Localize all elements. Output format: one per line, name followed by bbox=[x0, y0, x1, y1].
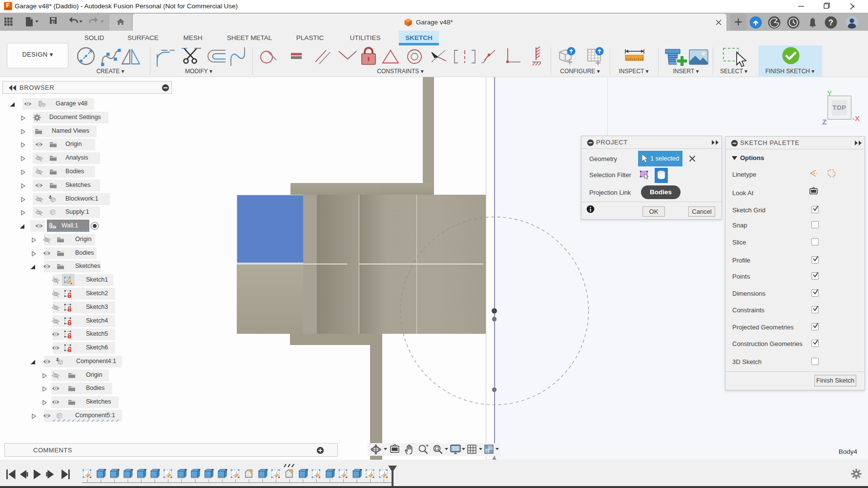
svg-text:?: ? bbox=[828, 19, 833, 27]
